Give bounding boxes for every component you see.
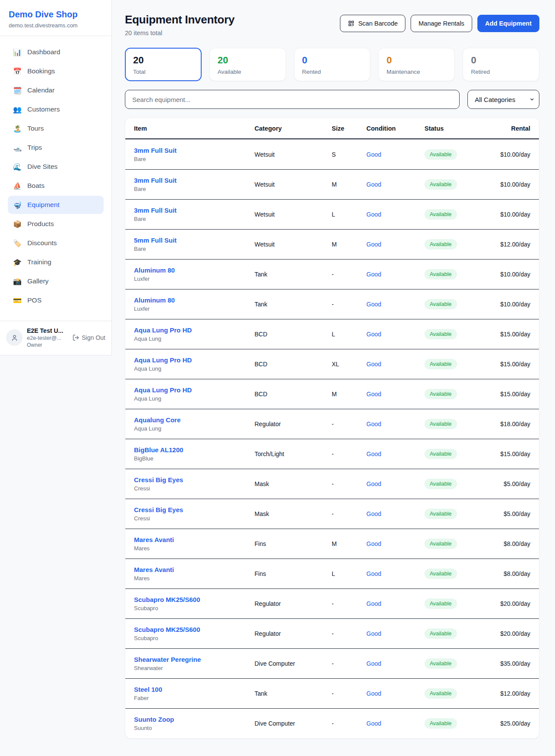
manage-rentals-button[interactable]: Manage Rentals (411, 15, 472, 32)
stat-card-maintenance[interactable]: 0Maintenance (378, 48, 455, 81)
sidebar-item-dive-sites[interactable]: 🌊Dive Sites (8, 158, 104, 176)
sign-out-button[interactable]: Sign Out (72, 334, 105, 341)
item-brand: Aqua Lung (134, 425, 255, 432)
item-brand: Faber (134, 695, 255, 701)
condition-link[interactable]: Good (366, 151, 424, 158)
item-link[interactable]: Cressi Big Eyes (134, 476, 255, 483)
sidebar-item-calendar[interactable]: 🗓️Calendar (8, 81, 104, 99)
item-brand: Luxfer (134, 306, 255, 312)
scan-barcode-button[interactable]: Scan Barcode (340, 15, 405, 32)
condition-link[interactable]: Good (366, 570, 424, 577)
item-link[interactable]: BigBlue AL1200 (134, 446, 255, 454)
item-cell: Scubapro MK25/S600Scubapro (134, 626, 255, 641)
table-row: Cressi Big EyesCressiMask-GoodAvailable$… (125, 469, 539, 499)
stat-card-rented[interactable]: 0Rented (294, 48, 371, 81)
condition-link[interactable]: Good (366, 241, 424, 248)
sidebar-item-equipment[interactable]: 🤿Equipment (8, 196, 104, 214)
condition-link[interactable]: Good (366, 181, 424, 188)
size-cell: L (332, 570, 366, 577)
status-badge: Available (424, 658, 457, 669)
sidebar-item-discounts[interactable]: 🏷️Discounts (8, 234, 104, 252)
condition-link[interactable]: Good (366, 720, 424, 727)
category-cell: Dive Computer (255, 720, 332, 727)
condition-link[interactable]: Good (366, 540, 424, 547)
item-link[interactable]: Shearwater Peregrine (134, 656, 255, 663)
item-link[interactable]: Aqua Lung Pro HD (134, 386, 255, 394)
item-link[interactable]: Aluminum 80 (134, 266, 255, 274)
sidebar-item-bookings[interactable]: 📅Bookings (8, 62, 104, 80)
condition-link[interactable]: Good (366, 600, 424, 607)
status-badge: Available (424, 449, 457, 459)
status-badge: Available (424, 718, 457, 729)
condition-link[interactable]: Good (366, 361, 424, 368)
stat-card-available[interactable]: 20Available (209, 48, 286, 81)
sidebar-item-boats[interactable]: ⛵Boats (8, 177, 104, 195)
item-cell: Aqua Lung Pro HDAqua Lung (134, 356, 255, 372)
search-input[interactable] (125, 90, 460, 109)
sidebar-item-gallery[interactable]: 📸Gallery (8, 272, 104, 290)
sidebar-item-customers[interactable]: 👥Customers (8, 100, 104, 118)
sidebar-item-products[interactable]: 📦Products (8, 215, 104, 233)
item-brand: Scubapro (134, 635, 255, 641)
credit-card-icon: 💳 (13, 296, 22, 305)
rental-cell: $15.00/day (490, 391, 530, 398)
size-cell: - (332, 720, 366, 727)
sidebar-item-tours[interactable]: 🏝️Tours (8, 119, 104, 138)
item-link[interactable]: 5mm Full Suit (134, 237, 255, 244)
condition-link[interactable]: Good (366, 331, 424, 338)
item-link[interactable]: Mares Avanti (134, 566, 255, 573)
item-brand: Bare (134, 216, 255, 222)
condition-link[interactable]: Good (366, 271, 424, 278)
condition-link[interactable]: Good (366, 510, 424, 517)
category-select[interactable]: All Categories (467, 90, 539, 109)
status-badge: Available (424, 209, 457, 220)
item-link[interactable]: Cressi Big Eyes (134, 506, 255, 513)
condition-link[interactable]: Good (366, 480, 424, 487)
condition-link[interactable]: Good (366, 450, 424, 457)
status-cell: Available (424, 449, 490, 459)
condition-link[interactable]: Good (366, 211, 424, 218)
item-brand: Aqua Lung (134, 395, 255, 402)
condition-link[interactable]: Good (366, 630, 424, 637)
item-link[interactable]: Aluminum 80 (134, 296, 255, 304)
add-equipment-button[interactable]: Add Equipment (477, 15, 539, 32)
item-link[interactable]: Suunto Zoop (134, 716, 255, 723)
condition-link[interactable]: Good (366, 660, 424, 667)
size-cell: L (332, 331, 366, 338)
item-link[interactable]: Aqualung Core (134, 416, 255, 424)
brand-title[interactable]: Demo Dive Shop (9, 10, 103, 20)
rental-cell: $18.00/day (490, 421, 530, 427)
item-link[interactable]: Aqua Lung Pro HD (134, 326, 255, 334)
condition-link[interactable]: Good (366, 690, 424, 697)
condition-link[interactable]: Good (366, 391, 424, 398)
item-link[interactable]: Aqua Lung Pro HD (134, 356, 255, 364)
item-link[interactable]: Steel 100 (134, 686, 255, 693)
item-cell: Mares AvantiMares (134, 536, 255, 552)
item-link[interactable]: Mares Avanti (134, 536, 255, 543)
sidebar-item-training[interactable]: 🎓Training (8, 253, 104, 271)
table-header-row: Item Category Size Condition Status Rent… (125, 118, 539, 139)
rental-cell: $20.00/day (490, 630, 530, 637)
rental-cell: $12.00/day (490, 241, 530, 248)
camera-icon: 📸 (13, 277, 22, 286)
item-brand: BigBlue (134, 455, 255, 462)
item-brand: Aqua Lung (134, 335, 255, 342)
sidebar-item-pos[interactable]: 💳POS (8, 291, 104, 309)
sidebar-item-dashboard[interactable]: 📊Dashboard (8, 43, 104, 61)
status-badge: Available (424, 539, 457, 549)
item-link[interactable]: 3mm Full Suit (134, 207, 255, 214)
stat-card-total[interactable]: 20Total (125, 48, 202, 81)
category-cell: Wetsuit (255, 151, 332, 158)
condition-link[interactable]: Good (366, 301, 424, 308)
brand-domain: demo.test.divestreams.com (9, 22, 103, 29)
table-row: Aluminum 80LuxferTank-GoodAvailable$10.0… (125, 289, 539, 319)
item-link[interactable]: 3mm Full Suit (134, 177, 255, 184)
category-cell: Regulator (255, 630, 332, 637)
condition-link[interactable]: Good (366, 421, 424, 427)
item-link[interactable]: Scubapro MK25/S600 (134, 596, 255, 603)
stat-card-retired[interactable]: 0Retired (463, 48, 539, 81)
item-link[interactable]: Scubapro MK25/S600 (134, 626, 255, 633)
item-link[interactable]: 3mm Full Suit (134, 147, 255, 154)
user-meta: E2E Test U... e2e-tester@... Owner (27, 327, 67, 348)
sidebar-item-trips[interactable]: 🛥️Trips (8, 138, 104, 157)
